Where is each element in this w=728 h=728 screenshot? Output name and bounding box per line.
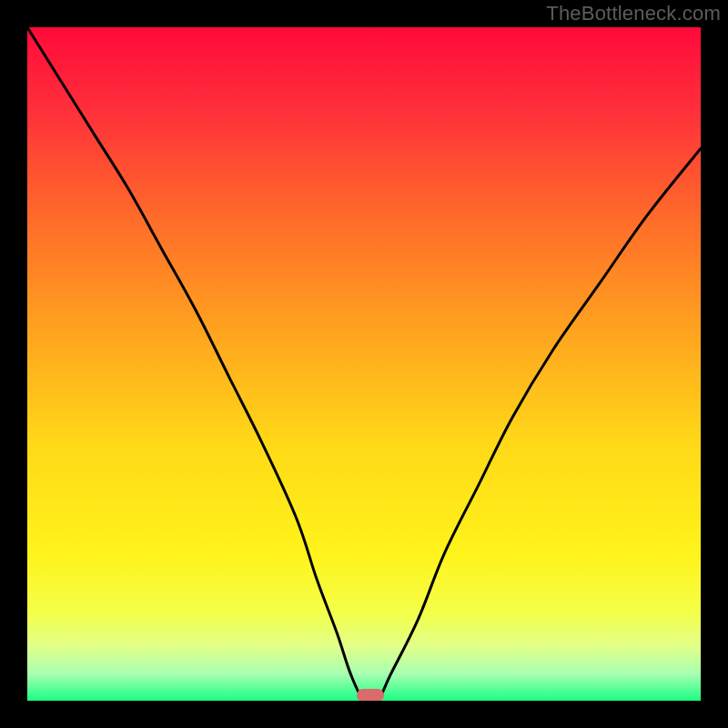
minimum-marker [357,689,384,701]
watermark-text: TheBottleneck.com [546,2,721,25]
bottleneck-curve [27,27,701,701]
chart-frame: TheBottleneck.com [0,0,728,728]
curve-layer [27,27,701,701]
plot-area [27,27,701,701]
